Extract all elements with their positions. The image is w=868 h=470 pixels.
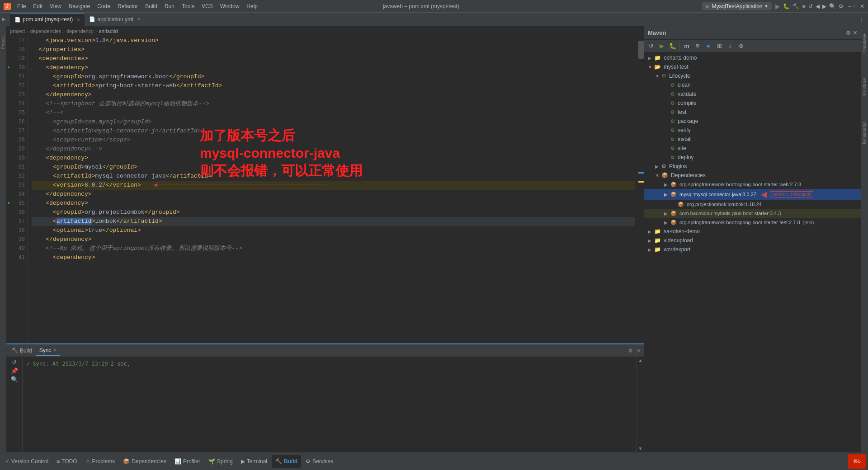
maven-debug-btn[interactable]: 🐛 xyxy=(668,41,678,51)
spring-label: Spring xyxy=(217,458,233,465)
maven-expand-btn[interactable]: ⊕ xyxy=(736,41,746,51)
menu-view[interactable]: View xyxy=(46,2,65,10)
tab-yml-label: application.yml xyxy=(97,16,133,23)
build-settings-btn[interactable]: ⚙ xyxy=(627,347,634,355)
menu-refactor[interactable]: Refactor xyxy=(114,2,142,10)
breadcrumb-dependency[interactable]: dependency xyxy=(66,28,94,34)
tab-pom-close[interactable]: ✕ xyxy=(76,17,80,22)
maven-lifecycle-btn[interactable]: ⚙ xyxy=(693,41,703,51)
problems-label: Problems xyxy=(92,458,115,465)
code-line-22: <artifactId>spring-boot-starter-web</art… xyxy=(32,81,635,90)
maven-m-btn[interactable]: m xyxy=(682,41,692,51)
stop-btn[interactable]: ■ xyxy=(802,3,805,9)
maven-run-btn[interactable]: ▶ xyxy=(657,41,667,51)
maven-item-compile[interactable]: ⚙ compile xyxy=(644,99,861,108)
maven-item-clean[interactable]: ⚙ clean xyxy=(644,80,861,89)
maven-item-test[interactable]: ⚙ test xyxy=(644,108,861,117)
build-filter-btn[interactable]: 🔍 xyxy=(11,376,18,383)
dependencies-tab[interactable]: 📦 Dependencies xyxy=(119,455,170,468)
build-scroll-up[interactable]: ▲ xyxy=(637,357,644,364)
code-content[interactable]: <java.version>1.8</java.version> </prope… xyxy=(28,36,638,343)
minimize-btn[interactable]: − xyxy=(848,3,851,9)
menu-window[interactable]: Window xyxy=(217,2,243,10)
maven-item-satoken[interactable]: ▶ 📁 sa-token-demo xyxy=(644,227,861,236)
structure-tab[interactable]: Structure xyxy=(861,75,868,100)
maven-item-mysql-test[interactable]: ▼ 📂 mysql-test xyxy=(644,62,861,71)
build-close-btn[interactable]: ✕ xyxy=(636,347,642,355)
tab-more-options[interactable]: ⋮ xyxy=(857,14,866,24)
project-sidebar-toggle[interactable]: ▶ xyxy=(2,16,8,22)
maven-item-validate[interactable]: ⚙ validate xyxy=(644,89,861,99)
run-btn[interactable]: ▶ xyxy=(775,3,780,10)
maven-sort-btn[interactable]: ↕ xyxy=(725,41,735,51)
build-btn[interactable]: 🔨 xyxy=(793,3,799,9)
menu-vcs[interactable]: VCS xyxy=(198,2,217,10)
maximize-btn[interactable]: □ xyxy=(854,3,857,9)
maven-item-lombok[interactable]: 📦 org.projectlombok:lombok:1.18.24 xyxy=(644,200,861,209)
build-scroll-down[interactable]: ▼ xyxy=(637,445,644,452)
code-line-28: <scope>runtime</scope> xyxy=(32,136,635,145)
maven-hide-btn[interactable]: ✕ xyxy=(853,30,857,36)
maven-item-site[interactable]: ⚙ site xyxy=(644,144,861,153)
build-right-gutter: ▲ ▼ xyxy=(637,357,644,452)
menu-edit[interactable]: Edit xyxy=(29,2,46,10)
project-panel-tab[interactable]: Project xyxy=(0,26,6,452)
menu-file[interactable]: File xyxy=(14,2,29,10)
close-btn[interactable]: ✕ xyxy=(860,3,864,9)
build-pin-btn[interactable]: 📌 xyxy=(11,367,18,374)
menu-tools[interactable]: Tools xyxy=(178,2,198,10)
maven-item-dependencies[interactable]: ▼ 📦 Dependencies xyxy=(644,171,861,180)
tab-pom-xml[interactable]: 📄 pom.xml (mysql-test) ✕ xyxy=(10,13,85,26)
tab-sync[interactable]: Sync ✕ xyxy=(36,345,61,356)
services-tab[interactable]: ⚙ Services xyxy=(302,455,337,468)
bookmarks-tab[interactable]: Bookmarks xyxy=(861,118,868,148)
maven-profile-btn[interactable]: ● xyxy=(703,41,713,51)
menu-build[interactable]: Build xyxy=(142,2,161,10)
tab-yml-close[interactable]: ✕ xyxy=(137,17,141,22)
menu-navigate[interactable]: Navigate xyxy=(65,2,94,10)
maven-toggle-btn[interactable]: ⊞ xyxy=(714,41,724,51)
maven-item-echarts[interactable]: ▶ 📁 echarts-demo xyxy=(644,53,861,62)
build-rerun-btn[interactable]: ↺ xyxy=(12,359,17,366)
maven-item-package[interactable]: ⚙ package xyxy=(644,117,861,126)
maven-item-spring-test[interactable]: ▶ 📦 org.springframework.boot:spring-boot… xyxy=(644,218,861,227)
breadcrumb-dependencies[interactable]: dependencies xyxy=(30,28,61,34)
settings-btn[interactable]: ⚙ xyxy=(839,3,844,9)
tab-build[interactable]: 🔨 Build xyxy=(8,346,36,356)
database-tab[interactable]: Database xyxy=(861,30,868,56)
build-tab[interactable]: 🔨 Build xyxy=(272,455,301,468)
project-tab-label[interactable]: Project xyxy=(0,35,5,49)
tab-application-yml[interactable]: 📄 application.yml ✕ xyxy=(85,13,145,26)
maven-item-lifecycle[interactable]: ▼ ⚙ Lifecycle xyxy=(644,71,861,80)
profiler-tab[interactable]: 📊 Profiler xyxy=(171,455,204,468)
search-everywhere-btn[interactable]: 🔍 xyxy=(829,3,836,9)
debug-btn[interactable]: 🐛 xyxy=(783,3,790,9)
maven-item-mybatis[interactable]: ▶ 📦 com.baomidou:mybatis-plus-boot-start… xyxy=(644,209,861,218)
run-config-selector[interactable]: ▶ MysqlTestApplication ▼ xyxy=(702,2,772,10)
terminal-tab[interactable]: ▶ Terminal xyxy=(237,455,271,468)
version-control-tab[interactable]: ✓ Version Control xyxy=(2,455,52,468)
maven-item-videoupload[interactable]: ▶ 📁 videoupload xyxy=(644,236,861,245)
maven-item-mysql-connector[interactable]: ▶ 📦 mysql:mysql-connector-java:8.0.27 ◀ … xyxy=(644,189,861,200)
menu-run[interactable]: Run xyxy=(161,2,178,10)
maven-refresh-btn[interactable]: ↺ xyxy=(646,41,656,51)
maven-item-install[interactable]: ⚙ install xyxy=(644,135,861,144)
menu-help[interactable]: Help xyxy=(243,2,261,10)
forward-btn[interactable]: ▶ xyxy=(822,3,826,9)
problems-tab[interactable]: ⚠ Problems xyxy=(82,455,119,468)
todo-tab[interactable]: ≡ TODO xyxy=(53,455,80,468)
maven-item-plugins[interactable]: ▶ ⚙ Plugins xyxy=(644,162,861,171)
breadcrumb-project[interactable]: project xyxy=(10,28,25,34)
maven-item-wordexport[interactable]: ▶ 📁 wordexport xyxy=(644,245,861,254)
maven-item-verify[interactable]: ⚙ verify xyxy=(644,126,861,135)
breadcrumb-artifactid[interactable]: artifactId xyxy=(99,28,118,34)
reload-btn[interactable]: ↺ xyxy=(808,3,813,9)
tab-sync-close[interactable]: ✕ xyxy=(53,348,57,352)
breadcrumb-sep3: › xyxy=(95,28,97,34)
back-btn[interactable]: ◀ xyxy=(816,3,820,9)
maven-item-deploy[interactable]: ⚙ deploy xyxy=(644,153,861,162)
spring-tab[interactable]: 🌱 Spring xyxy=(205,455,236,468)
menu-code[interactable]: Code xyxy=(94,2,114,10)
maven-item-spring-web[interactable]: ▶ 📦 org.springframework.boot:spring-boot… xyxy=(644,180,861,189)
maven-settings-btn[interactable]: ⚙ xyxy=(846,30,851,36)
